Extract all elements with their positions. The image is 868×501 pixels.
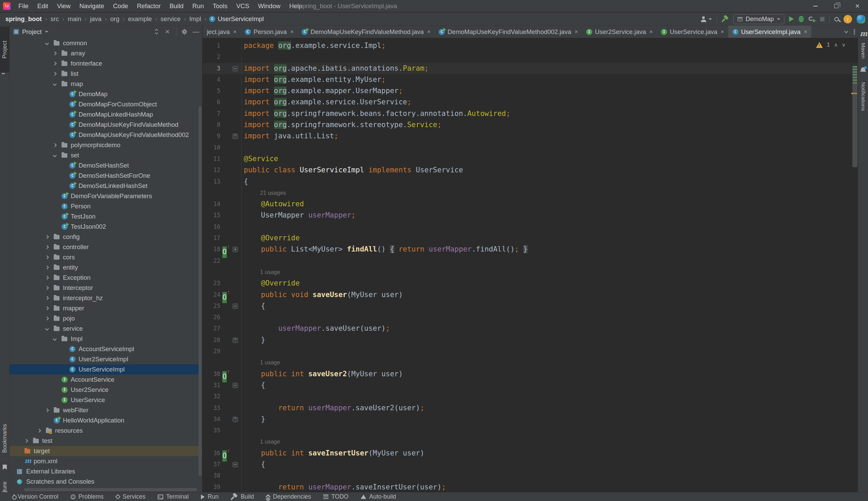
chevron-right-icon[interactable] [24,439,28,443]
chevron-right-icon[interactable] [45,286,49,290]
menu-refactor[interactable]: Refactor [133,0,165,12]
editor-tab[interactable]: UserService.java× [657,25,728,38]
tree-item[interactable]: cors [10,252,202,263]
tree-item[interactable]: common [10,38,202,48]
tree-item[interactable]: User2ServiceImpl [10,354,202,364]
close-icon[interactable]: × [804,29,807,35]
tree-item[interactable]: Person [10,201,202,211]
chevron-right-icon[interactable] [45,296,49,300]
breadcrumb-item[interactable]: service [160,15,181,23]
tree-item[interactable]: entity [10,263,202,273]
menu-file[interactable]: File [14,0,33,12]
breadcrumb-item[interactable]: example [127,15,153,23]
fold-marker[interactable]: − [233,66,238,71]
code-area[interactable]: 1package org.example.service.Impl;23−imp… [203,38,858,492]
stop-button[interactable] [820,17,825,21]
chevron-down-icon[interactable] [45,327,49,330]
toolwindow-button-project[interactable]: Project [0,26,10,72]
toolwindow-button-services[interactable]: Services [116,493,146,500]
toolwindow-button-version-control[interactable]: Version Control [14,493,59,500]
editor-tab[interactable]: DemoMapUseKeyFindValueMethod.java× [297,25,434,38]
close-icon[interactable]: × [721,29,724,35]
tree-item[interactable]: Interceptor [10,283,202,293]
tree-item[interactable]: DemoMapLinkedHashMap [10,109,202,120]
chevron-down-icon[interactable] [45,31,48,33]
tree-item[interactable]: polymorphicdemo [10,140,202,150]
close-icon[interactable]: × [290,29,294,35]
tree-item[interactable]: DemoForVariableParameters [10,191,202,201]
tree-item[interactable]: DemoMapForCustomObject [10,99,202,109]
collapse-all-icon[interactable] [165,29,171,35]
usages-hint[interactable]: 1 usage [260,266,280,278]
toolwindow-button-auto-build[interactable]: Auto-build [361,493,396,500]
chevron-right-icon[interactable] [45,265,49,269]
usages-hint[interactable]: 1 usage [260,357,280,368]
tree-item[interactable]: forinterface [10,58,202,69]
update-available-icon[interactable]: ↑ [844,15,852,23]
debug-button[interactable] [798,16,804,22]
fold-marker[interactable]: ^ [233,134,238,139]
tree-item[interactable]: map [10,79,202,89]
more-options-icon[interactable] [854,31,855,33]
chevron-down-icon[interactable] [53,82,56,86]
tree-item[interactable]: interceptor_hz [10,293,202,303]
close-icon[interactable]: × [649,29,653,35]
chevron-right-icon[interactable] [45,317,49,320]
run-button[interactable] [789,16,794,22]
usages-hint[interactable]: 21 usages [260,187,286,199]
menu-navigate[interactable]: Navigate [75,0,108,12]
tree-item[interactable]: test [10,436,202,446]
tree-item[interactable]: DemoMapUseKeyFindValueMethod002 [10,130,202,140]
tree-item[interactable]: DemoSetHashSetForOne [10,171,202,181]
select-opened-file-icon[interactable] [154,29,160,35]
tree-item[interactable]: TestJson002 [10,222,202,232]
toolwindow-button-terminal[interactable]: Terminal [158,493,189,500]
tree-item[interactable]: service [10,323,202,334]
tree-item[interactable]: resources [10,426,202,436]
tree-item[interactable]: HelloWorldApplication [10,415,202,426]
editor-tab[interactable]: User2Service.java× [582,25,657,38]
tree-item[interactable]: DemoSetLinkedHashSet [10,181,202,191]
toolwindow-button-bookmarks[interactable]: Bookmarks [0,415,10,462]
tree-item[interactable]: controller [10,242,202,252]
breadcrumb-item[interactable]: spring_boot [5,15,42,23]
usages-hint[interactable]: 1 usage [260,436,280,447]
build-hammer-icon[interactable] [722,15,729,22]
hide-panel-button[interactable]: — [192,29,199,35]
close-button[interactable]: × [847,0,868,12]
menu-code[interactable]: Code [108,0,132,12]
tree-item[interactable]: Exception [10,273,202,283]
chevron-right-icon[interactable] [45,245,49,249]
tree-item[interactable]: DemoMapUseKeyFindValueMethod [10,120,202,130]
project-view-title[interactable]: Project [22,28,42,36]
editor-tab[interactable]: DemoMapUseKeyFindValueMethod002.java× [434,25,582,38]
tree-item[interactable]: TestJson [10,211,202,222]
tree-item[interactable]: UserServiceImpl [10,364,202,375]
breadcrumb-item[interactable]: Impl [189,15,202,23]
tree-item[interactable]: External Libraries [10,466,202,477]
menu-edit[interactable]: Edit [33,0,53,12]
tree-item[interactable]: array [10,48,202,58]
tree-item[interactable]: set [10,150,202,160]
chevron-down-icon[interactable] [45,41,49,45]
minimize-button[interactable] [805,0,826,12]
run-with-coverage-button[interactable] [808,15,815,22]
code-with-me-icon[interactable] [857,15,865,23]
tree-item[interactable]: UserService [10,395,202,405]
fold-marker[interactable]: − [233,383,238,388]
chevron-right-icon[interactable] [45,408,49,412]
run-configuration-select[interactable]: DemoMap [733,14,784,24]
editor-scrollbar[interactable] [851,38,858,492]
tree-item[interactable]: DemoMap [10,89,202,99]
menu-tools[interactable]: Tools [209,0,232,12]
editor-tab[interactable]: UserServiceImpl.java× [728,25,812,38]
chevron-right-icon[interactable] [53,62,56,65]
chevron-right-icon[interactable] [45,255,49,259]
close-icon[interactable]: × [233,29,237,35]
tree-item[interactable]: list [10,69,202,79]
close-icon[interactable]: × [574,29,578,35]
hidden-tabs-chevron-icon[interactable] [844,29,848,33]
tree-item[interactable]: mapper [10,303,202,313]
breadcrumb-current[interactable]: UserServiceImpl [209,15,264,23]
tree-item[interactable]: pom.xml [10,456,202,466]
